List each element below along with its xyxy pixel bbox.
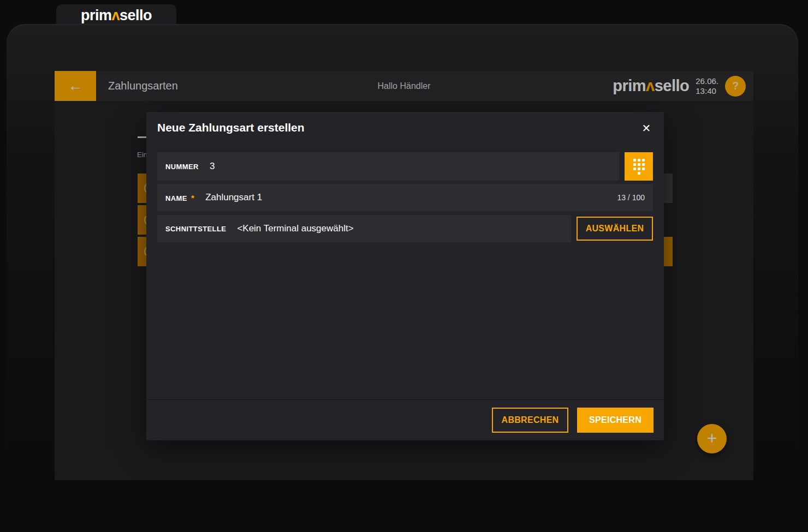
numpad-button[interactable] <box>625 152 653 181</box>
logo-caret-icon: ʌ <box>111 7 120 23</box>
nummer-label: NUMMER <box>165 163 199 171</box>
logo-text: prim <box>81 7 112 23</box>
schnittstelle-label: SCHNITTSTELLE <box>165 225 226 233</box>
modal-title: Neue Zahlungsart erstellen <box>157 121 305 134</box>
save-button[interactable]: SPEICHERN <box>577 408 653 433</box>
modal-body: NUMMER 3 NAME* Zahlun <box>157 152 653 242</box>
cancel-button[interactable]: ABBRECHEN <box>492 408 568 433</box>
required-asterisk: * <box>191 193 194 202</box>
schnittstelle-row: SCHNITTSTELLE <Kein Terminal ausgewählt>… <box>157 215 653 242</box>
nummer-value: 3 <box>210 161 215 172</box>
schnittstelle-field[interactable]: SCHNITTSTELLE <Kein Terminal ausgewählt> <box>157 215 571 242</box>
app-logo-tab: primʌsello <box>56 4 176 26</box>
screen: primʌsello ← Zahlungsarten Hallo Händler… <box>0 0 808 532</box>
close-button[interactable]: ✕ <box>637 118 656 138</box>
device-frame: ← Zahlungsarten Hallo Händler primʌsello… <box>7 24 798 494</box>
name-field[interactable]: NAME* Zahlungsart 1 13 / 100 <box>157 184 653 211</box>
primasello-logo: primʌsello <box>81 7 152 24</box>
logo-text: sello <box>120 7 152 23</box>
name-value: Zahlungsart 1 <box>205 192 262 203</box>
modal-footer: ABBRECHEN SPEICHERN <box>146 399 664 440</box>
name-label: NAME* <box>165 193 194 202</box>
nummer-field[interactable]: NUMMER 3 <box>157 152 619 181</box>
close-icon: ✕ <box>642 123 651 134</box>
terminal-select-button[interactable]: AUSWÄHLEN <box>577 217 653 241</box>
dialpad-icon <box>633 159 645 175</box>
schnittstelle-value: <Kein Terminal ausgewählt> <box>237 223 353 234</box>
nummer-row: NUMMER 3 <box>157 152 653 181</box>
char-counter: 13 / 100 <box>617 193 645 202</box>
create-payment-type-modal: Neue Zahlungsart erstellen ✕ NUMMER 3 <box>146 112 664 440</box>
